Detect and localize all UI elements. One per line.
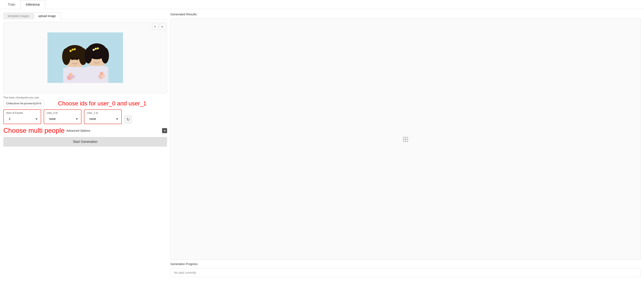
edit-image-button[interactable]: ✎ bbox=[152, 24, 158, 30]
results-label: Generated Results bbox=[170, 13, 641, 16]
svg-point-8 bbox=[72, 49, 74, 51]
num-faceid-group: Num of Faceid 2 1 3 bbox=[3, 109, 41, 124]
svg-point-5 bbox=[62, 48, 70, 65]
image-upload-area[interactable]: ✎ ✕ bbox=[3, 22, 167, 93]
svg-point-24 bbox=[93, 56, 95, 59]
right-panel: Generated Results ⊞ Generation Progress … bbox=[167, 13, 641, 277]
checkpoint-label: The base checkpoint you use. bbox=[3, 96, 167, 99]
choose-ids-overlay: Choose ids for user_0 and user_1 bbox=[58, 100, 146, 107]
user0-id-label: User_0 id bbox=[46, 111, 78, 114]
results-placeholder-icon: ⊞ bbox=[402, 135, 409, 144]
svg-point-25 bbox=[98, 56, 101, 59]
svg-point-22 bbox=[95, 48, 97, 50]
svg-point-11 bbox=[76, 57, 78, 60]
svg-point-9 bbox=[74, 48, 76, 50]
checkpoint-wrapper: Choose ids for user_0 and user_1 bbox=[3, 100, 167, 107]
progress-label: Generation Progress bbox=[170, 262, 641, 266]
tab-train[interactable]: Train bbox=[2, 0, 20, 9]
svg-point-14 bbox=[69, 73, 72, 76]
uploaded-image bbox=[48, 32, 123, 83]
results-area: ⊞ bbox=[170, 19, 641, 260]
checkpoint-input[interactable] bbox=[3, 100, 44, 107]
no-task-text: No task currently bbox=[174, 271, 196, 274]
refresh-button[interactable]: ↻ bbox=[124, 116, 132, 123]
user1-id-label: User_1 id bbox=[87, 111, 119, 114]
tab-template-images[interactable]: template images bbox=[3, 13, 34, 19]
user1-id-select[interactable]: none bbox=[87, 116, 119, 122]
svg-point-23 bbox=[97, 47, 99, 49]
top-tabs-container: Train Inference bbox=[0, 0, 644, 9]
multi-people-text: Choose multi people bbox=[3, 127, 65, 134]
svg-point-21 bbox=[92, 49, 95, 51]
progress-area: No task currently bbox=[170, 268, 641, 277]
svg-point-10 bbox=[71, 57, 74, 60]
secondary-tabs: template images upload image bbox=[3, 13, 167, 19]
image-actions: ✎ ✕ bbox=[152, 24, 165, 30]
user0-id-group: User_0 id none bbox=[44, 109, 82, 124]
svg-point-19 bbox=[84, 48, 92, 64]
user1-id-group: User_1 id none bbox=[84, 109, 122, 124]
tab-inference[interactable]: Inference bbox=[20, 0, 45, 9]
main-layout: template images upload image bbox=[0, 9, 644, 280]
close-image-button[interactable]: ✕ bbox=[159, 24, 165, 30]
tab-upload-image[interactable]: upload image bbox=[34, 13, 60, 19]
svg-point-7 bbox=[70, 50, 72, 52]
collapse-button[interactable]: ◄ bbox=[162, 128, 167, 133]
checkpoint-section: The base checkpoint you use. Choose ids … bbox=[3, 96, 167, 107]
num-faceid-label: Num of Faceid bbox=[6, 111, 38, 114]
user0-id-select[interactable]: none bbox=[46, 116, 78, 122]
svg-point-20 bbox=[102, 48, 109, 64]
advanced-options-row: Choose multi people Advanced Options ◄ bbox=[3, 127, 167, 134]
left-panel: template images upload image bbox=[3, 13, 167, 277]
num-faceid-select[interactable]: 2 1 3 bbox=[6, 116, 38, 122]
advanced-label: Advanced Options bbox=[66, 129, 90, 132]
start-generation-button[interactable]: Start Generation bbox=[3, 137, 167, 147]
faceid-row: Num of Faceid 2 1 3 User_0 id none User_… bbox=[3, 109, 167, 124]
svg-point-28 bbox=[100, 72, 103, 75]
